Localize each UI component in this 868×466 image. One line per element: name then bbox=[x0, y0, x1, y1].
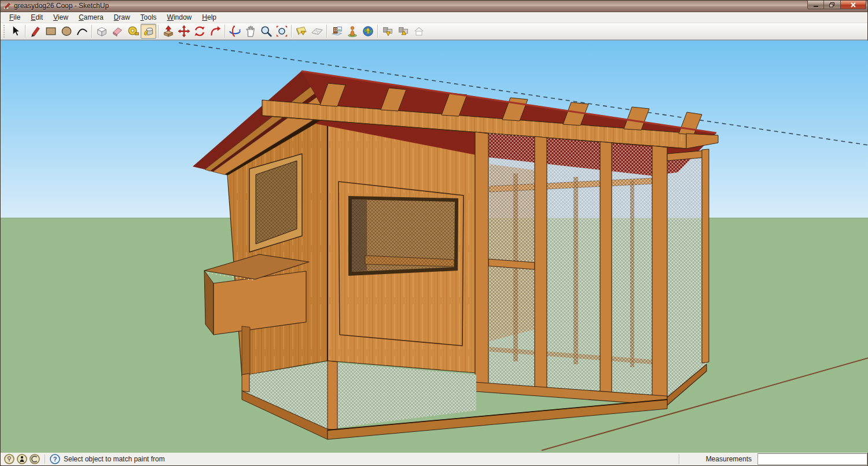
photo-textures-button[interactable] bbox=[329, 24, 344, 39]
titlebar: greasydog26 Coop - SketchUp bbox=[1, 1, 867, 12]
tape-measure-icon bbox=[127, 25, 139, 38]
menu-tools[interactable]: Tools bbox=[135, 12, 162, 23]
menu-draw[interactable]: Draw bbox=[109, 12, 135, 23]
eraser-tool-button[interactable] bbox=[109, 24, 125, 39]
zoom-extents-tool-button[interactable] bbox=[274, 24, 289, 39]
run-corner-post bbox=[652, 146, 667, 398]
rotate-tool-button[interactable] bbox=[192, 24, 207, 39]
run-post bbox=[535, 136, 547, 388]
share-model-button[interactable] bbox=[395, 24, 411, 39]
pencil-icon bbox=[29, 25, 42, 38]
geolocation-status-icon[interactable] bbox=[4, 454, 14, 464]
photo-textures-icon bbox=[330, 25, 343, 38]
run-post bbox=[475, 132, 488, 384]
run-end-post bbox=[702, 149, 709, 363]
menu-help[interactable]: Help bbox=[197, 12, 222, 23]
viewport[interactable] bbox=[1, 40, 867, 452]
select-arrow-icon bbox=[9, 25, 22, 38]
share-model-upload-icon bbox=[397, 25, 410, 38]
make-component-button[interactable] bbox=[94, 24, 109, 39]
move-tool-button[interactable] bbox=[176, 24, 192, 39]
get-models-warehouse-button[interactable] bbox=[380, 24, 395, 39]
measurements-input[interactable] bbox=[757, 453, 867, 465]
gable-window bbox=[249, 154, 302, 252]
close-button[interactable] bbox=[840, 1, 866, 9]
toggle-terrain-icon bbox=[311, 25, 323, 38]
toolbar-separator bbox=[291, 25, 292, 38]
menu-edit[interactable]: Edit bbox=[25, 12, 48, 23]
share-component-house-icon bbox=[413, 25, 425, 38]
toolbar-separator bbox=[326, 25, 327, 38]
window-title: greasydog26 Coop - SketchUp bbox=[14, 2, 807, 10]
zoom-extents-icon bbox=[275, 25, 288, 38]
eraser-icon bbox=[111, 25, 124, 38]
follow-me-tool-button[interactable] bbox=[207, 24, 223, 39]
rectangle-icon bbox=[45, 25, 57, 38]
toolbar-grip[interactable] bbox=[3, 25, 6, 38]
statusbar: ? Select object to match paint from Meas… bbox=[1, 452, 867, 465]
statusbar-separator bbox=[45, 454, 45, 464]
tape-measure-tool-button[interactable] bbox=[125, 24, 141, 39]
share-component-button[interactable] bbox=[411, 24, 426, 39]
statusbar-separator bbox=[679, 454, 679, 464]
arc-tool-button[interactable] bbox=[74, 24, 90, 39]
select-tool-button[interactable] bbox=[8, 24, 23, 39]
toolbar-separator bbox=[225, 25, 225, 38]
skirt-corner-post bbox=[328, 361, 337, 430]
menu-view[interactable]: View bbox=[48, 12, 73, 23]
paint-bucket-tool-button[interactable] bbox=[141, 24, 156, 39]
toolbar-separator bbox=[25, 25, 25, 38]
close-icon bbox=[851, 2, 856, 8]
rotate-icon bbox=[193, 25, 206, 38]
toolbar-separator bbox=[158, 25, 159, 38]
get-models-figure-icon bbox=[346, 25, 359, 38]
pan-hand-icon bbox=[244, 25, 257, 38]
measurements-label: Measurements bbox=[706, 455, 752, 463]
sketchup-window: greasydog26 Coop - SketchUp File Edit Vi… bbox=[0, 0, 868, 466]
google-earth-globe-icon bbox=[362, 25, 374, 38]
viewport-canvas[interactable] bbox=[1, 40, 868, 453]
maximize-button[interactable] bbox=[824, 1, 840, 9]
status-hint-text: Select object to match paint from bbox=[64, 455, 165, 463]
restore-icon bbox=[829, 2, 835, 8]
get-models-button[interactable] bbox=[344, 24, 360, 39]
front-window bbox=[348, 196, 458, 276]
circle-icon bbox=[60, 25, 73, 38]
push-pull-icon bbox=[162, 25, 175, 38]
rectangle-tool-button[interactable] bbox=[43, 24, 58, 39]
zoom-icon bbox=[260, 25, 273, 38]
follow-me-icon bbox=[209, 25, 222, 38]
run-end-mesh bbox=[667, 154, 707, 397]
minimize-icon bbox=[813, 2, 819, 8]
move-icon bbox=[178, 25, 190, 38]
svg-text:?: ? bbox=[53, 456, 57, 463]
toggle-terrain-button[interactable] bbox=[309, 24, 325, 39]
orbit-icon bbox=[229, 25, 241, 38]
pan-tool-button[interactable] bbox=[242, 24, 258, 39]
sketchup-app-icon bbox=[3, 2, 11, 10]
orbit-tool-button[interactable] bbox=[227, 24, 242, 39]
push-pull-tool-button[interactable] bbox=[160, 24, 176, 39]
add-location-icon bbox=[295, 25, 308, 38]
help-icon[interactable]: ? bbox=[50, 454, 60, 464]
minimize-button[interactable] bbox=[807, 1, 824, 9]
circle-tool-button[interactable] bbox=[58, 24, 74, 39]
component-box-icon bbox=[95, 25, 108, 38]
menu-file[interactable]: File bbox=[4, 12, 25, 23]
toolbar bbox=[1, 23, 867, 39]
credits-status-icon[interactable] bbox=[17, 454, 27, 464]
line-tool-button[interactable] bbox=[27, 24, 43, 39]
warehouse-download-icon bbox=[381, 25, 394, 38]
toolbar-separator bbox=[377, 25, 378, 38]
zoom-tool-button[interactable] bbox=[258, 24, 274, 39]
add-location-button[interactable] bbox=[293, 24, 309, 39]
arc-icon bbox=[76, 25, 89, 38]
menu-window[interactable]: Window bbox=[162, 12, 197, 23]
claim-credit-status-icon[interactable] bbox=[30, 454, 40, 464]
google-earth-button[interactable] bbox=[360, 24, 376, 39]
menu-camera[interactable]: Camera bbox=[73, 12, 109, 23]
toolbar-separator bbox=[91, 25, 92, 38]
menubar: File Edit View Camera Draw Tools Window … bbox=[1, 12, 867, 24]
paint-bucket-icon bbox=[142, 25, 155, 38]
run-post bbox=[600, 142, 612, 393]
